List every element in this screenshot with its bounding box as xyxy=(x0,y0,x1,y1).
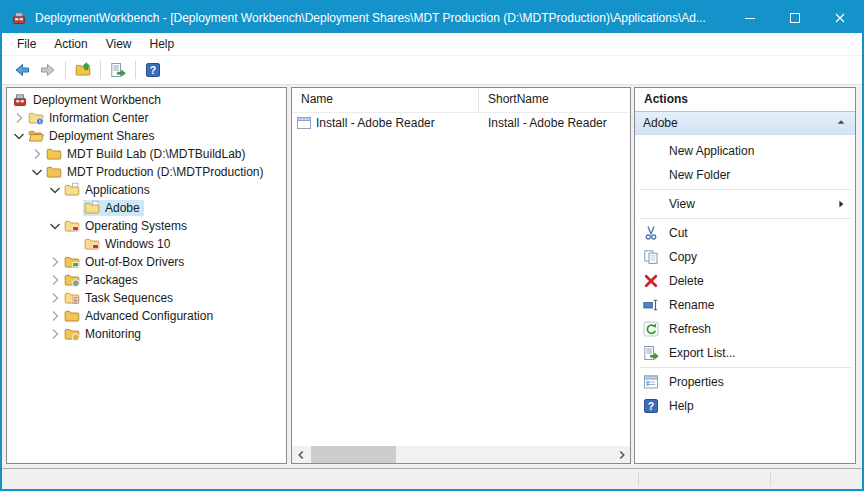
column-header-shortname[interactable]: ShortName xyxy=(479,88,630,112)
tree-item-applications[interactable]: Applications xyxy=(7,181,286,199)
export-list-icon xyxy=(643,345,661,361)
action-rename[interactable]: Rename xyxy=(635,293,855,317)
tree-item-packages[interactable]: Packages xyxy=(7,271,286,289)
tree-item-adobe[interactable]: Adobe xyxy=(7,199,286,217)
tree-item-label: Adobe xyxy=(105,201,140,215)
action-delete[interactable]: Delete xyxy=(635,269,855,293)
svg-text:?: ? xyxy=(648,400,654,412)
horizontal-scrollbar[interactable] xyxy=(292,446,630,463)
column-header-name-label: Name xyxy=(301,92,333,106)
tree-item-monitoring[interactable]: Monitoring xyxy=(7,325,286,343)
collapsed-chevron-icon[interactable] xyxy=(29,146,45,162)
action-help[interactable]: ?Help xyxy=(635,394,855,418)
tree-item-mdt-production-d-mdtproduction[interactable]: MDT Production (D:\MDTProduction) xyxy=(7,163,286,181)
tree-item-operating-systems[interactable]: Operating Systems xyxy=(7,217,286,235)
scrollbar-track[interactable] xyxy=(309,446,613,463)
folder-driver-icon xyxy=(64,254,80,270)
actions-group-label: Adobe xyxy=(643,116,835,130)
maximize-button[interactable] xyxy=(772,2,817,33)
expanded-chevron-icon[interactable] xyxy=(47,218,63,234)
forward-button[interactable] xyxy=(35,58,61,82)
status-bar xyxy=(2,468,862,489)
tree-item-mdt-build-lab-d-mdtbuildlab[interactable]: MDT Build Lab (D:\MDTBuildLab) xyxy=(7,145,286,163)
action-label: Refresh xyxy=(669,322,847,336)
up-folder-icon xyxy=(75,62,91,78)
action-label: Export List... xyxy=(669,346,847,360)
list-item-name: Install - Adobe Reader xyxy=(316,116,435,130)
expanded-chevron-icon[interactable] xyxy=(29,164,45,180)
collapsed-chevron-icon[interactable] xyxy=(47,272,63,288)
titlebar[interactable]: DeploymentWorkbench - [Deployment Workbe… xyxy=(2,2,862,33)
tree-item-task-sequences[interactable]: Task Sequences xyxy=(7,289,286,307)
list-cell-name: Install - Adobe Reader xyxy=(292,115,479,131)
tree-item-label: Information Center xyxy=(49,111,148,125)
action-label: View xyxy=(669,197,835,211)
actions-separator xyxy=(639,367,851,368)
tree-item-deployment-shares[interactable]: Deployment Shares xyxy=(7,127,286,145)
actions-list: New ApplicationNew FolderViewCutCopyDele… xyxy=(635,135,855,418)
action-new-folder[interactable]: New Folder xyxy=(635,163,855,187)
up-one-level-button[interactable] xyxy=(70,58,96,82)
tree-item-information-center[interactable]: iInformation Center xyxy=(7,109,286,127)
expanded-chevron-icon[interactable] xyxy=(47,182,63,198)
minimize-button[interactable] xyxy=(727,2,772,33)
collapsed-chevron-icon[interactable] xyxy=(47,308,63,324)
tree-item-label: Advanced Configuration xyxy=(85,309,213,323)
scrollbar-thumb[interactable] xyxy=(311,446,396,463)
selected-tree-item: Adobe xyxy=(83,200,144,216)
work-area: Deployment WorkbenchiInformation CenterD… xyxy=(2,85,862,468)
tree-item-out-of-box-drivers[interactable]: Out-of-Box Drivers xyxy=(7,253,286,271)
list-cell-shortname: Install - Adobe Reader xyxy=(479,116,630,130)
help-button[interactable]: ? xyxy=(140,58,166,82)
tree-item-label: Deployment Shares xyxy=(49,129,154,143)
no-icon xyxy=(643,167,661,183)
tree-item-windows-10[interactable]: Windows 10 xyxy=(7,235,286,253)
copy-icon xyxy=(643,249,661,265)
action-label: Cut xyxy=(669,226,847,240)
folder-app-icon xyxy=(84,200,100,216)
close-button[interactable] xyxy=(817,2,862,33)
results-list-pane: Name ShortName Install - Adobe ReaderIns… xyxy=(291,87,631,464)
tree-item-deployment-workbench[interactable]: Deployment Workbench xyxy=(7,91,286,109)
list-header: Name ShortName xyxy=(292,88,630,113)
collapsed-chevron-icon[interactable] xyxy=(11,110,27,126)
folder-os-icon xyxy=(64,218,80,234)
scroll-right-icon[interactable] xyxy=(613,446,630,463)
action-new-application[interactable]: New Application xyxy=(635,139,855,163)
no-icon xyxy=(643,143,661,159)
collapsed-chevron-icon[interactable] xyxy=(47,290,63,306)
export-list-button[interactable] xyxy=(105,58,131,82)
action-view[interactable]: View xyxy=(635,192,855,216)
collapsed-chevron-icon[interactable] xyxy=(47,254,63,270)
chevron-up-icon[interactable] xyxy=(835,116,847,131)
action-refresh[interactable]: Refresh xyxy=(635,317,855,341)
folder-open-icon xyxy=(28,128,44,144)
list-body: Install - Adobe ReaderInstall - Adobe Re… xyxy=(292,113,630,133)
export-list-icon xyxy=(110,62,126,78)
column-header-name[interactable]: Name xyxy=(292,88,479,112)
refresh-icon xyxy=(643,321,661,337)
action-label: New Folder xyxy=(669,168,847,182)
action-export-list[interactable]: Export List... xyxy=(635,341,855,365)
action-properties[interactable]: Properties xyxy=(635,370,855,394)
collapsed-chevron-icon[interactable] xyxy=(47,326,63,342)
tree-item-label: Operating Systems xyxy=(85,219,187,233)
expanded-chevron-icon[interactable] xyxy=(11,128,27,144)
actions-separator xyxy=(639,189,851,190)
tree-item-label: Windows 10 xyxy=(105,237,170,251)
menu-action[interactable]: Action xyxy=(45,34,96,54)
action-copy[interactable]: Copy xyxy=(635,245,855,269)
rename-icon xyxy=(643,297,661,313)
menu-help[interactable]: Help xyxy=(141,34,184,54)
folder-icon xyxy=(46,146,62,162)
menu-file[interactable]: File xyxy=(8,34,45,54)
action-cut[interactable]: Cut xyxy=(635,221,855,245)
menu-view[interactable]: View xyxy=(97,34,141,54)
list-row[interactable]: Install - Adobe ReaderInstall - Adobe Re… xyxy=(292,113,630,133)
scroll-left-icon[interactable] xyxy=(292,446,309,463)
folder-icon xyxy=(46,164,62,180)
actions-group-header[interactable]: Adobe xyxy=(635,112,855,135)
back-button[interactable] xyxy=(9,58,35,82)
folder-monitor-icon xyxy=(64,326,80,342)
tree-item-advanced-configuration[interactable]: Advanced Configuration xyxy=(7,307,286,325)
